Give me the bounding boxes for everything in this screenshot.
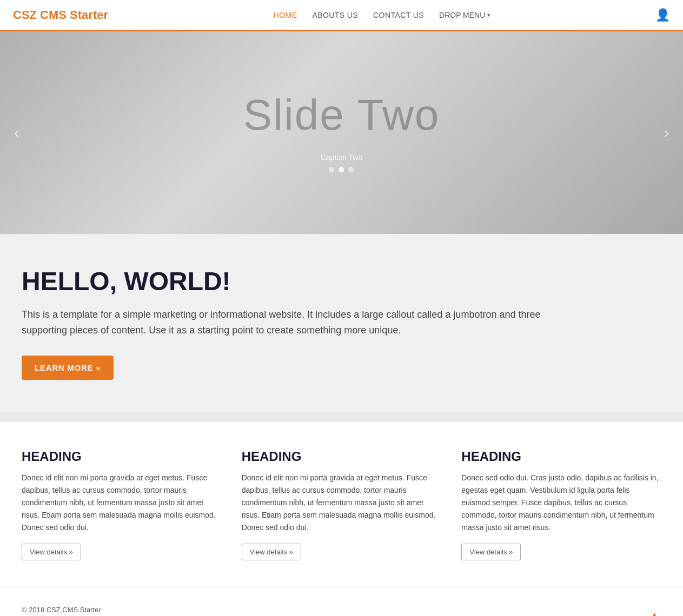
chevron-down-icon: ▾: [487, 12, 490, 18]
slider-dot-3[interactable]: [348, 167, 354, 172]
scroll-to-top-button[interactable]: ▲: [647, 608, 661, 616]
section-divider: [0, 412, 683, 422]
nav-drop-menu[interactable]: DROP MENU ▾: [439, 11, 490, 19]
card-1: HEADING Donec id elit non mi porta gravi…: [22, 449, 220, 560]
footer-text: © 2018 CSZ CMS Starter Powered by CSZ CM…: [22, 604, 135, 616]
nav-contact-us[interactable]: CONTACT US: [373, 11, 424, 19]
nav-abouts-us[interactable]: ABOUTS US: [312, 11, 358, 19]
learn-more-button[interactable]: LEARN MORE »: [22, 356, 114, 380]
card-3-details-button[interactable]: View details »: [461, 544, 521, 560]
slider-dot-1[interactable]: [329, 167, 334, 172]
hero-slider: ‹ Slide Two Caption Two ›: [0, 31, 683, 234]
card-2-details-button[interactable]: View details »: [242, 544, 301, 560]
card-1-details-button[interactable]: View details »: [22, 544, 81, 560]
slider-dots: [243, 167, 440, 172]
jumbotron-heading: HELLO, WORLD!: [22, 266, 661, 296]
jumbotron-section: HELLO, WORLD! This is a template for a s…: [0, 234, 683, 412]
footer: © 2018 CSZ CMS Starter Powered by CSZ CM…: [0, 587, 683, 616]
card-3-body: Donec sed odio dui. Cras justo odio, dap…: [461, 472, 660, 534]
slide-caption: Caption Two: [243, 153, 440, 162]
card-3-heading: HEADING: [461, 449, 660, 464]
user-icon[interactable]: 👤: [655, 8, 670, 22]
card-2-body: Donec id elit non mi porta gravida at eg…: [242, 472, 440, 534]
card-1-body: Donec id elit non mi porta gravida at eg…: [22, 472, 220, 534]
slide-title: Slide Two: [243, 93, 440, 137]
jumbotron-body: This is a template for a simple marketin…: [22, 307, 562, 338]
navbar: CSZ CMS Starter HOME ABOUTS US CONTACT U…: [0, 0, 683, 31]
cards-section: HEADING Donec id elit non mi porta gravi…: [0, 422, 683, 587]
nav-links: HOME ABOUTS US CONTACT US DROP MENU ▾: [274, 10, 490, 20]
card-2-heading: HEADING: [242, 449, 440, 464]
footer-copyright: © 2018 CSZ CMS Starter: [22, 604, 135, 616]
cards-grid: HEADING Donec id elit non mi porta gravi…: [22, 449, 660, 560]
card-2: HEADING Donec id elit non mi porta gravi…: [242, 449, 440, 560]
slider-prev-button[interactable]: ‹: [5, 119, 28, 147]
slider-dot-2[interactable]: [339, 167, 344, 172]
card-3: HEADING Donec sed odio dui. Cras justo o…: [461, 449, 660, 560]
brand-logo[interactable]: CSZ CMS Starter: [13, 8, 108, 22]
card-1-heading: HEADING: [22, 449, 220, 464]
nav-home[interactable]: HOME: [274, 11, 297, 19]
slider-content: Slide Two Caption Two: [243, 93, 440, 172]
slider-next-button[interactable]: ›: [655, 119, 678, 147]
